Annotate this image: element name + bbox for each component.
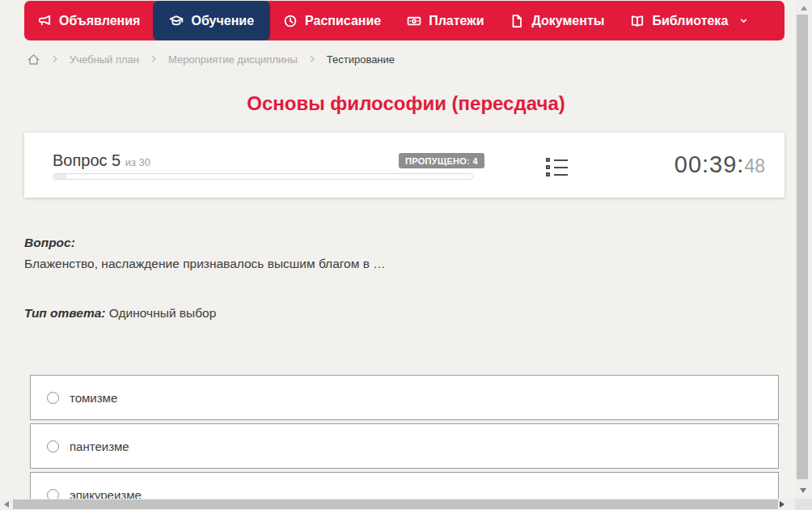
graduation-cap-icon bbox=[169, 14, 184, 28]
breadcrumb-item-testing: Тестирование bbox=[327, 53, 395, 66]
answer-type-row: Тип ответа: Одиночный выбор bbox=[24, 306, 216, 321]
top-navigation: Объявления Обучение Расписание Платежи Д… bbox=[24, 1, 785, 40]
question-number-label: Вопрос 5 bbox=[53, 151, 121, 169]
nav-item-schedule[interactable]: Расписание bbox=[270, 1, 394, 40]
answer-option[interactable]: пантеизме bbox=[30, 423, 779, 469]
radio-button[interactable] bbox=[47, 392, 59, 404]
open-book-icon bbox=[630, 14, 645, 28]
radio-button[interactable] bbox=[47, 440, 59, 453]
vertical-scrollbar[interactable] bbox=[795, 0, 812, 499]
nav-item-label: Расписание bbox=[305, 14, 381, 28]
nav-item-label: Платежи bbox=[429, 14, 484, 28]
breadcrumb-item-study-plan[interactable]: Учебный план bbox=[70, 53, 139, 66]
horizontal-scrollbar-thumb[interactable] bbox=[13, 499, 778, 509]
answer-option-label: пантеизме bbox=[70, 440, 129, 453]
scroll-up-arrow-icon[interactable] bbox=[801, 6, 807, 11]
nav-item-announcements[interactable]: Объявления bbox=[24, 1, 153, 40]
page-title: Основы философии (пересдача) bbox=[0, 92, 812, 115]
chevron-right-icon bbox=[50, 54, 60, 64]
question-number: Вопрос 5 из 30 bbox=[53, 151, 150, 170]
chevron-right-icon bbox=[307, 54, 317, 64]
question-panel: Вопрос 5 из 30 ПРОПУЩЕНО: 4 00:39:48 bbox=[24, 133, 785, 198]
question-list-icon[interactable] bbox=[546, 158, 568, 180]
skipped-badge: ПРОПУЩЕНО: 4 bbox=[399, 153, 484, 168]
scroll-down-arrow-icon[interactable] bbox=[800, 488, 806, 493]
document-icon bbox=[510, 14, 524, 28]
horizontal-scrollbar[interactable] bbox=[0, 499, 795, 510]
nav-item-label: Объявления bbox=[59, 14, 140, 28]
answer-option-label: томизме bbox=[70, 391, 117, 405]
chevron-down-icon bbox=[738, 15, 749, 26]
answer-type-label: Тип ответа: bbox=[24, 306, 106, 320]
timer-seconds: 48 bbox=[744, 155, 765, 176]
breadcrumb-item-discipline-event[interactable]: Мероприятие дисциплины bbox=[168, 53, 298, 66]
breadcrumb: Учебный план Мероприятие дисциплины Тест… bbox=[27, 50, 395, 68]
nav-item-label: Документы bbox=[531, 14, 604, 28]
timer-minutes: 00:39: bbox=[675, 151, 745, 177]
question-label: Вопрос: bbox=[24, 236, 75, 250]
scroll-right-arrow-icon[interactable] bbox=[780, 501, 785, 508]
question-text: Блаженство, наслаждение признавалось выс… bbox=[24, 257, 386, 271]
nav-item-library[interactable]: Библиотека bbox=[617, 1, 762, 40]
vertical-scrollbar-thumb[interactable] bbox=[797, 15, 808, 479]
megaphone-icon bbox=[37, 14, 52, 28]
scroll-left-arrow-icon[interactable] bbox=[4, 501, 9, 508]
nav-item-documents[interactable]: Документы bbox=[497, 1, 617, 40]
nav-item-label: Библиотека bbox=[652, 14, 728, 28]
scrollbar-corner bbox=[795, 499, 812, 510]
banknote-icon bbox=[407, 14, 421, 28]
home-icon[interactable] bbox=[27, 53, 40, 66]
answer-type-value: Одиночный выбор bbox=[109, 306, 217, 320]
nav-item-label: Обучение bbox=[191, 14, 254, 28]
nav-item-payments[interactable]: Платежи bbox=[394, 1, 497, 40]
progress-bar-fill bbox=[53, 174, 66, 179]
timer: 00:39:48 bbox=[675, 151, 765, 178]
clock-icon bbox=[283, 14, 298, 28]
nav-item-learning[interactable]: Обучение bbox=[153, 1, 270, 40]
progress-bar bbox=[53, 173, 473, 180]
question-total-label: из 30 bbox=[125, 156, 150, 168]
chevron-right-icon bbox=[149, 54, 159, 64]
answer-option[interactable]: томизме bbox=[30, 375, 779, 420]
